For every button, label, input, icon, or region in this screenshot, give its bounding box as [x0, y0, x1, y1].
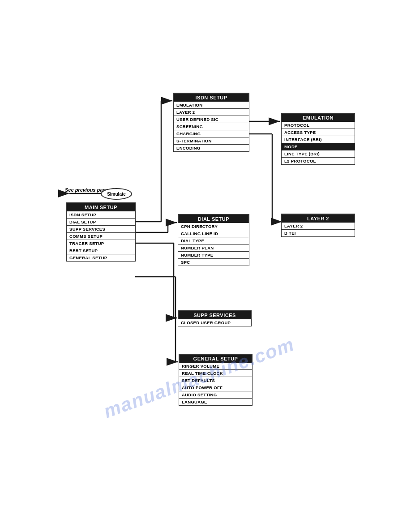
- main-setup-item-comms[interactable]: COMMS SETUP: [66, 233, 136, 240]
- emulation-header: EMULATION: [281, 113, 355, 122]
- main-setup-item-supp[interactable]: SUPP SERVICES: [66, 226, 136, 233]
- general-item-ringer[interactable]: RINGER VOLUME: [179, 363, 253, 370]
- emulation-item-access-type[interactable]: ACCESS TYPE: [281, 129, 355, 136]
- emulation-item-l2-protocol[interactable]: L2 PROTOCOL: [281, 158, 355, 165]
- supp-services-header: SUPP SERVICES: [178, 310, 252, 319]
- isdn-item-charging[interactable]: CHARGING: [173, 130, 249, 137]
- main-setup-item-dial[interactable]: DIAL SETUP: [66, 219, 136, 226]
- supp-item-closed-user[interactable]: CLOSED USER GROUP: [178, 319, 252, 326]
- isdn-item-layer2[interactable]: LAYER 2: [173, 109, 249, 116]
- dial-item-number-type[interactable]: NUMBER TYPE: [178, 252, 249, 259]
- isdn-item-screening[interactable]: SCREENING: [173, 123, 249, 130]
- main-setup-item-bert[interactable]: BERT SETUP: [66, 247, 136, 254]
- layer2-item-layer2[interactable]: LAYER 2: [281, 223, 355, 230]
- general-item-auto-power[interactable]: AUTO POWER OFF: [179, 384, 253, 391]
- isdn-item-emulation[interactable]: EMULATION: [173, 102, 249, 109]
- emulation-item-interface[interactable]: INTERFACE (BRI): [281, 136, 355, 143]
- simulate-button[interactable]: Simulate: [101, 188, 132, 200]
- dial-item-cpn[interactable]: CPN DIRECTORY: [178, 223, 249, 230]
- layer2-box: LAYER 2 LAYER 2 B TEI: [281, 214, 355, 237]
- main-setup-item-tracer[interactable]: TRACER SETUP: [66, 240, 136, 247]
- dial-setup-box: DIAL SETUP CPN DIRECTORY CALLING LINE ID…: [178, 214, 249, 266]
- dial-item-calling-line[interactable]: CALLING LINE ID: [178, 230, 249, 237]
- general-item-defaults[interactable]: SET DEFAULTS: [179, 377, 253, 384]
- emulation-item-mode[interactable]: MODE: [281, 143, 355, 150]
- main-setup-item-isdn[interactable]: ISDN SETUP: [66, 211, 136, 219]
- isdn-setup-box: ISDN SETUP EMULATION LAYER 2 USER DEFINE…: [173, 93, 249, 152]
- emulation-item-protocol[interactable]: PROTOCOL: [281, 122, 355, 129]
- dial-item-number-plan[interactable]: NUMBER PLAN: [178, 245, 249, 252]
- dial-setup-header: DIAL SETUP: [178, 214, 249, 223]
- main-setup-box: MAIN SETUP ISDN SETUP DIAL SETUP SUPP SE…: [66, 202, 136, 262]
- general-item-language[interactable]: LANGUAGE: [179, 399, 253, 406]
- main-setup-item-general[interactable]: GENERAL SETUP: [66, 254, 136, 262]
- supp-services-box: SUPP SERVICES CLOSED USER GROUP: [178, 310, 252, 326]
- isdn-item-s-termination[interactable]: S-TERMINATION: [173, 137, 249, 145]
- general-setup-box: GENERAL SETUP RINGER VOLUME REAL TIME CL…: [179, 354, 253, 406]
- emulation-item-line-type[interactable]: LINE TYPE (BRI): [281, 150, 355, 158]
- layer2-header: LAYER 2: [281, 214, 355, 223]
- general-item-audio[interactable]: AUDIO SETTING: [179, 391, 253, 399]
- layer2-item-btei[interactable]: B TEI: [281, 230, 355, 237]
- isdn-item-encoding[interactable]: ENCODING: [173, 145, 249, 152]
- emulation-box: EMULATION PROTOCOL ACCESS TYPE INTERFACE…: [281, 113, 355, 165]
- general-item-rtc[interactable]: REAL TIME CLOCK: [179, 370, 253, 377]
- isdn-item-user-defined[interactable]: USER DEFINED SIC: [173, 116, 249, 123]
- dial-item-spc[interactable]: SPC: [178, 259, 249, 266]
- main-setup-header: MAIN SETUP: [66, 202, 136, 211]
- isdn-setup-header: ISDN SETUP: [173, 93, 249, 102]
- general-setup-header: GENERAL SETUP: [179, 354, 253, 363]
- dial-item-dial-type[interactable]: DIAL TYPE: [178, 237, 249, 245]
